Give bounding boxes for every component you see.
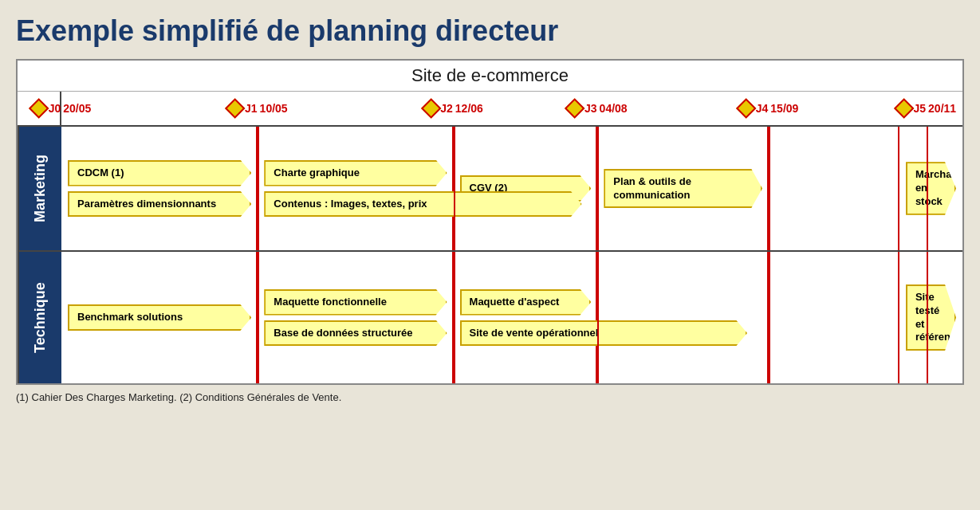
milestone-J2: J2 12/06 xyxy=(423,101,483,116)
page-title: Exemple simplifié de planning directeur xyxy=(16,14,964,48)
column-3: Plan & outils de communication xyxy=(597,127,769,250)
milestones-row: J0 20/05J1 10/05J2 12/06J3 04/08J4 15/09… xyxy=(18,92,962,127)
technique-label: Technique xyxy=(18,252,61,383)
diamond-icon xyxy=(894,98,914,118)
milestone-section-vline xyxy=(769,127,770,250)
milestone-section-vline xyxy=(454,127,455,250)
arrow-box-item: Site testé et référencé xyxy=(906,284,956,351)
arrow-box-item: Plan & outils de communication xyxy=(604,169,762,209)
milestone-date: 20/11 xyxy=(928,102,956,115)
milestone-label: J1 xyxy=(245,102,258,115)
diamond-icon xyxy=(29,98,49,118)
milestone-J3: J3 04/08 xyxy=(568,101,628,116)
milestone-J4: J4 15/09 xyxy=(739,101,799,116)
column-4 xyxy=(769,252,899,383)
column-1: Charte graphiqueContenus : Images, texte… xyxy=(258,127,453,250)
milestone-section-vline xyxy=(258,127,259,250)
milestone-J5: J5 20/11 xyxy=(896,101,956,116)
milestone-section-vline xyxy=(927,252,928,383)
milestone-J1: J1 10/05 xyxy=(228,101,288,116)
milestone-label: J0 xyxy=(49,102,61,115)
marketing-content: CDCM (1)Paramètres dimensionnantsCharte … xyxy=(61,127,962,250)
column-0: CDCM (1)Paramètres dimensionnants xyxy=(61,127,258,250)
arrow-box-item: Site de vente opérationnel xyxy=(460,320,747,347)
arrow-box-item: Contenus : Images, textes, prix xyxy=(264,191,581,218)
column-4 xyxy=(769,127,899,250)
diamond-icon xyxy=(225,98,245,118)
diamond-icon xyxy=(421,98,441,118)
column-1: Maquette fonctionnelleBase de données st… xyxy=(258,252,453,383)
arrow-box-item: Maquette d'aspect xyxy=(460,289,592,316)
diamond-icon xyxy=(565,98,584,118)
arrow-box-item: Paramètres dimensionnants xyxy=(68,191,251,218)
milestone-label: J2 xyxy=(440,102,453,115)
gantt-container: Site de e-commerce J0 20/05J1 10/05J2 12… xyxy=(16,59,964,385)
arrow-box-item: CDCM (1) xyxy=(68,160,251,186)
milestone-J0: J0 20/05 xyxy=(32,101,92,116)
technique-section-row: Technique Benchmark solutionsMaquette fo… xyxy=(18,252,962,383)
milestone-section-vline xyxy=(454,252,455,383)
column-3 xyxy=(597,252,769,383)
marketing-section-row: Marketing CDCM (1)Paramètres dimensionna… xyxy=(18,127,962,252)
arrow-box-item: Maquette fonctionnelle xyxy=(264,289,447,316)
milestone-date: 10/05 xyxy=(260,102,288,115)
milestone-label: J4 xyxy=(756,102,769,115)
milestone-date: 12/06 xyxy=(455,102,483,115)
footnote: (1) Cahier Des Charges Marketing. (2) Co… xyxy=(16,391,964,403)
column-5: Marchandises en stock xyxy=(899,127,962,250)
milestone-section-vline xyxy=(258,252,259,383)
marketing-label: Marketing xyxy=(18,127,61,250)
milestone-date: 04/08 xyxy=(600,102,628,115)
technique-content: Benchmark solutionsMaquette fonctionnell… xyxy=(61,252,962,383)
milestone-label: J5 xyxy=(913,102,926,115)
diamond-icon xyxy=(736,98,756,118)
column-2: CGV (2) xyxy=(454,127,598,250)
arrow-box-item: Charte graphique xyxy=(264,160,447,186)
milestone-label: J3 xyxy=(584,102,597,115)
chart-title: Site de e-commerce xyxy=(18,61,962,92)
milestone-date: 15/09 xyxy=(770,102,798,115)
milestone-section-vline xyxy=(927,127,928,250)
column-0: Benchmark solutions xyxy=(61,252,258,383)
milestone-section-vline xyxy=(597,127,599,250)
arrow-box-item: Base de données structurée xyxy=(264,320,447,347)
milestone-section-vline xyxy=(769,252,770,383)
column-5: Site testé et référencé xyxy=(899,252,962,383)
arrow-box-item: Benchmark solutions xyxy=(68,304,251,331)
arrow-box-item: Marchandises en stock xyxy=(906,162,956,215)
milestone-section-vline xyxy=(597,252,599,383)
milestone-date: 20/05 xyxy=(63,102,91,115)
column-2: Maquette d'aspectSite de vente opération… xyxy=(454,252,598,383)
